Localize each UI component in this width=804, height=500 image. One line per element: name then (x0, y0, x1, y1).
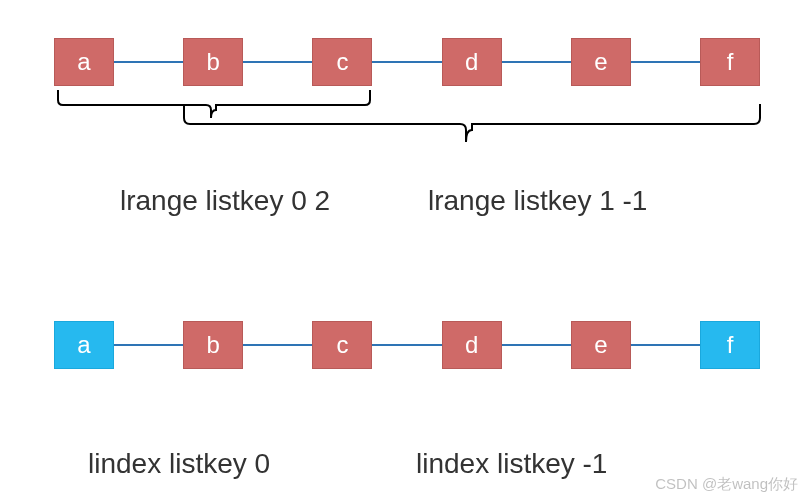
node-label: b (207, 48, 220, 76)
cmd-lindex-right: lindex listkey -1 (416, 448, 607, 480)
node-label: f (727, 48, 734, 76)
list-link (114, 344, 183, 346)
list-link (502, 61, 571, 63)
cmd-lindex-left: lindex listkey 0 (88, 448, 270, 480)
list-node: a (54, 321, 114, 369)
brace-1-5 (180, 102, 764, 148)
node-label: d (465, 48, 478, 76)
list-node: c (312, 321, 372, 369)
list-link (631, 61, 700, 63)
node-label: c (336, 331, 348, 359)
list-link (372, 344, 441, 346)
list-node: a (54, 38, 114, 86)
node-label: c (336, 48, 348, 76)
node-label: a (77, 48, 90, 76)
list-row-1: a b c d e f (54, 38, 760, 86)
list-node: b (183, 321, 243, 369)
list-node: f (700, 38, 760, 86)
cmd-lrange-left: lrange listkey 0 2 (120, 185, 330, 217)
node-label: b (207, 331, 220, 359)
node-label: f (727, 331, 734, 359)
list-link (114, 61, 183, 63)
list-node: e (571, 321, 631, 369)
list-link (372, 61, 441, 63)
list-node: b (183, 38, 243, 86)
list-link (631, 344, 700, 346)
brace-0-2 (54, 88, 374, 124)
watermark: CSDN @老wang你好 (655, 475, 798, 494)
list-node: d (442, 321, 502, 369)
list-node: e (571, 38, 631, 86)
list-link (502, 344, 571, 346)
list-link (243, 344, 312, 346)
cmd-lrange-right: lrange listkey 1 -1 (428, 185, 647, 217)
node-label: e (594, 48, 607, 76)
list-row-2: a b c d e f (54, 321, 760, 369)
list-node: c (312, 38, 372, 86)
node-label: d (465, 331, 478, 359)
list-link (243, 61, 312, 63)
node-label: a (77, 331, 90, 359)
list-node: d (442, 38, 502, 86)
list-node: f (700, 321, 760, 369)
node-label: e (594, 331, 607, 359)
